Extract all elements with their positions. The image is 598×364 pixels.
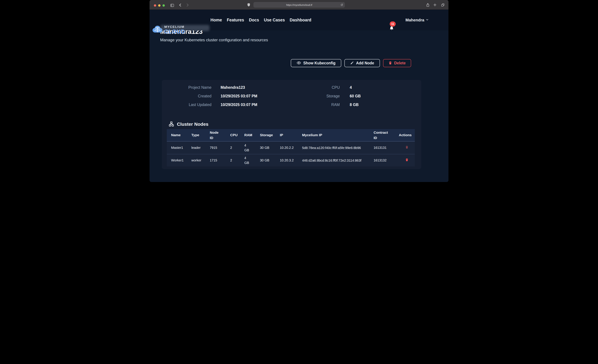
node-storage: 30 GB [260,158,280,163]
browser-window: https://myceliumcloud.tf [150,0,448,182]
cpu-value: 4 [350,85,352,90]
page-content: Mahendra123 Manage your Kubernetes clust… [150,10,448,182]
nav-item-use-cases[interactable]: Use Cases [264,17,285,22]
delete-label: Delete [394,61,406,65]
table-row-worker1: Worker1 worker 1715 2 4 GB 30 GB 10.20.3… [167,154,415,166]
privacy-shield-icon[interactable] [247,3,250,7]
minimize-window-button[interactable] [158,4,160,7]
cluster-info-left: Project Name Mahendra123 Created 10/29/2… [162,85,257,111]
node-mycelium-ip: 5d8:78ea:a120:f40c:ff0f:a5fe:99e6:8b96 [302,145,370,150]
back-icon[interactable] [179,3,182,7]
node-id: 7915 [210,145,230,150]
node-cpu: 2 [230,145,244,150]
cpu-label: CPU [294,85,340,90]
info-row-project-name: Project Name Mahendra123 [162,85,257,90]
node-ram: 4 GB [244,143,249,153]
notification-badge: 11 [390,21,396,26]
col-mycelium-ip: Mycelium IP [302,132,374,138]
url-text: https://myceliumcloud.tf [286,3,312,6]
node-ram: 4 GB [244,156,249,165]
project-name-label: Project Name [162,85,211,90]
close-window-button[interactable] [154,4,156,7]
blurred-redaction-overlay [160,25,209,31]
pencil-icon [350,61,354,65]
browser-toolbar: https://myceliumcloud.tf [150,0,448,10]
delete-node-icon[interactable] [405,158,408,163]
node-ip: 10.20.3.2 [280,158,302,163]
col-cpu: CPU [230,132,244,138]
main-nav: Home Features Docs Use Cases Dashboard [210,10,311,30]
ram-value: 8 GB [350,103,359,107]
node-mycelium-ip: 446:d2a6:8bcd:8c16:ff0f:72e2:3114:863f [302,158,370,163]
trash-icon [389,61,392,65]
add-node-label: Add Node [356,61,374,65]
last-updated-value: 10/29/2025 03:07 PM [221,103,257,107]
share-icon[interactable] [426,3,430,7]
cluster-actions: Show Kubeconfig Add Node [291,59,411,67]
table-row-master1: Master1 leader 7915 2 4 GB 30 GB 10.20.2… [167,141,415,154]
node-cpu: 2 [230,158,244,163]
zoom-window-button[interactable] [163,4,165,7]
col-ram: RAM [244,132,260,138]
col-storage: Storage [260,132,280,138]
col-node-id: Node ID [210,130,220,140]
nav-item-features[interactable]: Features [227,17,244,22]
info-row-storage: Storage 60 GB [294,94,361,98]
node-type: worker [191,158,210,163]
created-label: Created [162,94,211,98]
user-name: Mahendra [406,18,424,22]
cluster-nodes-heading: Cluster Nodes [169,121,208,127]
nav-item-docs[interactable]: Docs [249,17,259,22]
delete-node-icon[interactable] [405,145,408,150]
nav-item-dashboard[interactable]: Dashboard [290,17,311,22]
page-subtitle: Manage your Kubernetes cluster configura… [160,38,268,42]
node-storage: 30 GB [260,145,280,150]
nav-item-home[interactable]: Home [210,17,222,22]
delete-cluster-button[interactable]: Delete [383,59,411,67]
info-row-last-updated: Last Updated 10/29/2025 03:07 PM [162,102,257,107]
node-contract-id: 1613131 [374,145,399,150]
cluster-info-right: CPU 4 Storage 60 GB RAM 8 GB [294,85,361,111]
node-name: Master1 [171,145,191,150]
forward-icon[interactable] [186,3,189,7]
col-actions: Actions [399,132,415,138]
storage-value: 60 GB [350,94,361,98]
last-updated-label: Last Updated [162,103,211,107]
created-value: 10/29/2025 03:07 PM [221,94,257,98]
reload-icon[interactable] [341,3,343,6]
project-name-value: Mahendra123 [221,85,245,90]
tab-overview-icon[interactable] [441,3,445,7]
address-bar[interactable]: https://myceliumcloud.tf [253,2,345,8]
user-menu[interactable]: Mahendra [406,10,429,30]
sidebar-toggle-icon[interactable] [170,4,174,7]
node-name: Worker1 [171,158,191,163]
cluster-nodes-title: Cluster Nodes [177,122,208,127]
table-header-row: Name Type Node ID CPU RAM Storage IP Myc… [167,129,415,141]
new-tab-icon[interactable] [433,3,437,7]
info-row-created: Created 10/29/2025 03:07 PM [162,94,257,98]
storage-label: Storage [294,94,340,98]
node-ip: 10.20.2.2 [280,145,302,150]
cluster-detail-panel: Project Name Mahendra123 Created 10/29/2… [162,80,421,169]
info-row-cpu: CPU 4 [294,85,361,90]
eye-icon [297,61,301,65]
add-node-button[interactable]: Add Node [344,59,380,67]
bell-icon[interactable] [389,26,394,32]
show-kubeconfig-button[interactable]: Show Kubeconfig [291,59,341,67]
node-contract-id: 1613132 [374,158,399,163]
col-contract-id: Contract ID [374,130,389,140]
col-name: Name [171,132,191,138]
node-id: 1715 [210,158,230,163]
col-ip: IP [280,132,302,138]
node-type: leader [191,145,210,150]
ram-label: RAM [294,103,340,107]
info-row-ram: RAM 8 GB [294,102,361,107]
show-kubeconfig-label: Show Kubeconfig [303,61,335,65]
col-type: Type [191,132,210,138]
chevron-down-icon [426,18,429,22]
nodes-table: Name Type Node ID CPU RAM Storage IP Myc… [167,129,415,166]
sitemap-icon [169,121,174,127]
